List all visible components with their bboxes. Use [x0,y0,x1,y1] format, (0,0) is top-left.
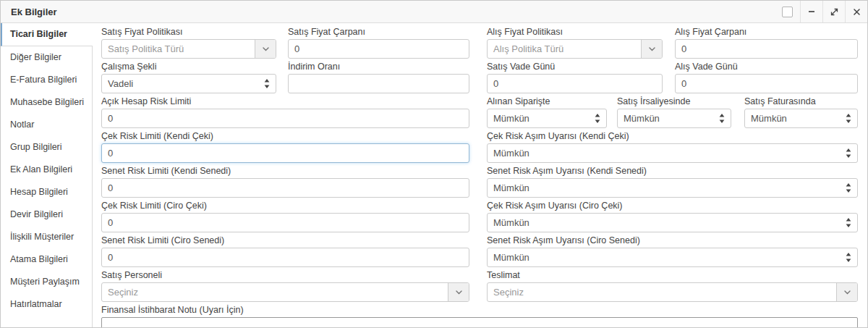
satis-irsaliyesinde-select[interactable]: Mümkün [617,109,731,128]
alis-fiyat-politikasi-dropdown-button[interactable] [641,40,662,58]
field-senet-risk-asim-uyarisi-kendi-senedi: Senet Risk Aşım Uyarısı (Kendi Senedi)Mü… [487,167,858,198]
satis-faturasinda-value: Mümkün [751,113,787,124]
form-row: Satış PersoneliSeçinizTeslimatSeçiniz [101,271,858,302]
alinan-sipariste-label: Alınan Siparişte [487,97,607,106]
alis-fiyat-carpani-label: Alış Fiyat Çarpanı [675,28,858,37]
close-button[interactable] [846,1,867,22]
field-acik-hesap-risk-limiti: Açık Hesap Risk Limiti [101,97,469,128]
up-down-arrows-icon [846,253,851,262]
dialog-title: Ek Bilgiler [11,7,774,17]
chevron-down-icon [456,290,462,295]
sidebar-item-atama-bilgileri[interactable]: Atama Bilgileri [1,248,93,271]
senet-risk-limiti-ciro-senedi-label: Senet Risk Limiti (Ciro Senedi) [101,236,469,245]
form-row: Çek Risk Limiti (Ciro Çeki)Çek Risk Aşım… [101,201,858,232]
teslimat-combobox[interactable]: Seçiniz [487,282,858,302]
minimize-button[interactable] [801,1,822,22]
diagonal-resize-icon [830,8,838,16]
cek-risk-asim-uyarisi-kendi-ceki-select[interactable]: Mümkün [487,143,858,163]
alis-vade-gunu-input[interactable] [675,74,858,93]
satis-irsaliyesinde-value: Mümkün [624,113,660,124]
field-senet-risk-limiti-ciro-senedi: Senet Risk Limiti (Ciro Senedi) [101,236,469,267]
sidebar-item-notlar[interactable]: Notlar [1,114,93,136]
cek-risk-asim-uyarisi-kendi-ceki-value: Mümkün [493,148,529,159]
finansal-istihbarat-notu-label: Finansal İstihbarat Notu (Uyarı İçin) [101,306,858,315]
up-down-arrows-icon [264,79,270,88]
sidebar-item-grup-bilgileri[interactable]: Grup Bilgileri [1,136,93,159]
sidebar-item-diger-bilgiler[interactable]: Diğer Bilgiler [1,46,93,69]
sidebar-filler [1,316,93,327]
satis-fiyat-politikasi-dropdown-button[interactable] [255,40,276,58]
satis-personeli-placeholder: Seçiniz [102,283,448,301]
cek-risk-asim-uyarisi-ciro-ceki-select[interactable]: Mümkün [487,213,858,232]
senet-risk-asim-uyarisi-kendi-senedi-select[interactable]: Mümkün [487,178,858,198]
titlebar-checkbox[interactable] [782,7,793,17]
senet-risk-limiti-ciro-senedi-input[interactable] [101,248,469,267]
chevron-down-icon [263,47,269,51]
calisma-sekli-value: Vadeli [108,78,133,89]
sidebar-item-iliskili-musteriler[interactable]: İlişkili Müşteriler [1,226,93,248]
senet-risk-limiti-kendi-senedi-input[interactable] [101,178,469,198]
sidebar-item-ek-alan-bilgileri[interactable]: Ek Alan Bilgileri [1,159,93,181]
minus-icon [808,8,815,15]
satis-fiyat-politikasi-label: Satış Fiyat Politikası [101,28,276,37]
satis-fiyat-carpani-input[interactable] [288,39,469,59]
form-row: Çek Risk Limiti (Kendi Çeki)Çek Risk Aşı… [101,132,858,163]
alis-fiyat-carpani-input[interactable] [675,39,858,59]
senet-risk-asim-uyarisi-kendi-senedi-value: Mümkün [493,182,529,193]
sidebar-item-ticari-bilgiler[interactable]: Ticari Bilgiler [1,23,93,46]
teslimat-dropdown-button[interactable] [836,283,857,301]
cek-risk-limiti-ciro-ceki-label: Çek Risk Limiti (Ciro Çeki) [101,201,469,211]
chevron-down-icon [649,47,655,51]
form-row: Senet Risk Limiti (Kendi Senedi)Senet Ri… [101,167,858,198]
close-icon [854,9,860,15]
up-down-arrows-icon [846,148,851,158]
form-row: Satış Fiyat PolitikasıSatış Politika Tür… [101,28,858,59]
field-satis-fiyat-politikasi: Satış Fiyat PolitikasıSatış Politika Tür… [101,28,276,59]
satis-fiyat-politikasi-combobox[interactable]: Satış Politika Türü [101,39,276,59]
up-down-arrows-icon [846,218,851,227]
form-row: Açık Hesap Risk LimitiAlınan SiparişteMü… [101,97,858,128]
sidebar-item-e-fatura-bilgileri[interactable]: E-Fatura Bilgileri [1,69,93,91]
alinan-sipariste-select[interactable]: Mümkün [487,109,607,128]
ek-bilgiler-dialog: Ek Bilgiler Ticari BilgilerDiğer Bilgile… [0,0,868,328]
field-satis-irsaliyesinde: Satış İrsaliyesindeMümkün [617,97,731,128]
form-content: Satış Fiyat PolitikasıSatış Politika Tür… [93,23,867,327]
sidebar-item-hesap-bilgileri[interactable]: Hesap Bilgileri [1,181,93,203]
field-senet-risk-limiti-kendi-senedi: Senet Risk Limiti (Kendi Senedi) [101,167,469,198]
sidebar-item-devir-bilgileri[interactable]: Devir Bilgileri [1,203,93,226]
alis-fiyat-politikasi-combobox[interactable]: Alış Politika Türü [487,39,663,59]
calisma-sekli-select[interactable]: Vadeli [101,74,276,93]
indirim-orani-label: İndirim Oranı [288,62,469,72]
senet-risk-limiti-kendi-senedi-label: Senet Risk Limiti (Kendi Senedi) [101,167,469,176]
field-cek-risk-asim-uyarisi-kendi-ceki: Çek Risk Aşım Uyarısı (Kendi Çeki)Mümkün [487,132,858,163]
alis-vade-gunu-label: Alış Vade Günü [675,62,858,72]
expand-button[interactable] [823,1,845,22]
sidebar-item-muhasebe-bilgileri[interactable]: Muhasebe Bilgileri [1,91,93,114]
cek-risk-limiti-kendi-ceki-input[interactable] [101,143,469,163]
sidebar-item-musteri-paylasim[interactable]: Müşteri Paylaşım [1,271,93,293]
cek-risk-asim-uyarisi-ciro-ceki-label: Çek Risk Aşım Uyarısı (Ciro Çeki) [487,201,858,211]
field-teslimat: TeslimatSeçiniz [487,271,858,302]
up-down-arrows-icon [719,114,725,123]
field-satis-fiyat-carpani: Satış Fiyat Çarpanı [288,28,469,59]
cek-risk-limiti-kendi-ceki-label: Çek Risk Limiti (Kendi Çeki) [101,132,469,141]
senet-risk-asim-uyarisi-ciro-senedi-label: Senet Risk Aşım Uyarısı (Ciro Senedi) [487,236,858,245]
satis-vade-gunu-label: Satış Vade Günü [487,62,663,72]
satis-faturasinda-select[interactable]: Mümkün [744,109,858,128]
satis-vade-gunu-input[interactable] [487,74,663,93]
dialog-body: Ticari BilgilerDiğer BilgilerE-Fatura Bi… [1,23,867,327]
field-cek-risk-asim-uyarisi-ciro-ceki: Çek Risk Aşım Uyarısı (Ciro Çeki)Mümkün [487,201,858,232]
finansal-istihbarat-notu-textarea[interactable] [101,317,858,327]
satis-personeli-dropdown-button[interactable] [448,283,469,301]
cek-risk-asim-uyarisi-ciro-ceki-value: Mümkün [493,217,529,228]
satis-irsaliyesinde-label: Satış İrsaliyesinde [617,97,731,106]
field-satis-personeli: Satış PersoneliSeçiniz [101,271,469,302]
sidebar-item-hatirlatmalar[interactable]: Hatırlatmalar [1,293,93,316]
cek-risk-limiti-ciro-ceki-input[interactable] [101,213,469,232]
field-alis-vade-gunu: Alış Vade Günü [675,62,858,93]
senet-risk-asim-uyarisi-ciro-senedi-select[interactable]: Mümkün [487,248,858,267]
indirim-orani-input[interactable] [288,74,469,93]
form-row: Finansal İstihbarat Notu (Uyarı İçin) [101,306,858,327]
acik-hesap-risk-limiti-input[interactable] [101,109,469,128]
satis-personeli-combobox[interactable]: Seçiniz [101,282,469,302]
